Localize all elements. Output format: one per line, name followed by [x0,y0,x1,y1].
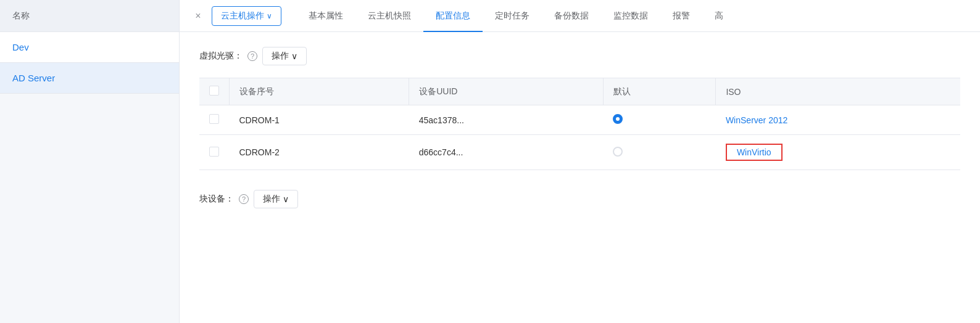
col-uuid: 设备UUID [409,78,604,105]
sidebar: 名称 Dev AD Server [0,0,180,323]
vm-ops-button[interactable]: 云主机操作 ∨ [212,6,281,26]
row2-default-radio[interactable] [613,147,623,157]
content-area: 虚拟光驱： ? 操作 ∨ 设备序号 [180,32,980,323]
table-header: 设备序号 设备UUID 默认 ISO [199,78,960,105]
virtual-drive-ops-button[interactable]: 操作 ∨ [262,47,307,65]
tab-snapshot[interactable]: 云主机快照 [355,0,423,32]
row2-uuid: d66cc7c4... [419,147,463,157]
block-device-ops-chevron-icon: ∨ [283,194,289,204]
tab-basic[interactable]: 基本属性 [296,0,355,32]
tab-config[interactable]: 配置信息 [423,0,483,32]
col-iso: ISO [716,78,960,105]
sidebar-item-dev[interactable]: Dev [0,32,179,63]
virtual-drive-help-icon[interactable]: ? [247,51,257,61]
table-row: CDROM-2 d66cc7c4... WinVirtio [199,135,960,170]
row2-iso-cell: WinVirtio [716,135,960,170]
row1-serial-cell: CDROM-1 [230,105,409,135]
close-button[interactable]: × [189,7,207,25]
sidebar-item-ad-server[interactable]: AD Server [0,63,179,94]
row1-checkbox[interactable] [209,114,219,124]
cdrom-table: 设备序号 设备UUID 默认 ISO [199,78,960,170]
table-body: CDROM-1 45ac1378... WinServer 2012 [199,105,960,170]
tab-schedule[interactable]: 定时任务 [483,0,542,32]
row1-default-cell [603,105,716,135]
col-checkbox [199,78,230,105]
row2-serial-cell: CDROM-2 [230,135,409,170]
block-device-label: 块设备： [199,194,234,205]
row1-uuid-cell: 45ac1378... [409,105,604,135]
vm-ops-label: 云主机操作 [221,10,264,22]
block-device-ops-button[interactable]: 操作 ∨ [254,190,298,208]
main-area: × 云主机操作 ∨ 基本属性 云主机快照 配置信息 定时任务 备份数据 监控数据… [180,0,980,323]
row1-serial: CDROM-1 [239,115,280,125]
vm-ops-chevron-icon: ∨ [267,12,272,20]
col-default: 默认 [603,78,716,105]
header-checkbox[interactable] [209,86,219,96]
col-serial: 设备序号 [230,78,409,105]
row2-checkbox[interactable] [209,147,219,157]
row2-uuid-cell: d66cc7c4... [409,135,604,170]
row2-iso-link[interactable]: WinVirtio [726,144,783,161]
row2-checkbox-cell [199,135,230,170]
sidebar-item-ad-server-label: AD Server [12,73,55,83]
tabbar: × 云主机操作 ∨ 基本属性 云主机快照 配置信息 定时任务 备份数据 监控数据… [180,0,980,32]
block-device-help-icon[interactable]: ? [239,194,249,204]
tab-backup[interactable]: 备份数据 [542,0,601,32]
tab-monitor[interactable]: 监控数据 [601,0,660,32]
tab-alert[interactable]: 报警 [660,0,702,32]
row2-default-cell [603,135,716,170]
virtual-drive-ops-label: 操作 [272,51,289,62]
sidebar-header: 名称 [0,0,179,32]
sidebar-item-dev-label: Dev [12,42,29,52]
table-row: CDROM-1 45ac1378... WinServer 2012 [199,105,960,135]
virtual-drive-header: 虚拟光驱： ? 操作 ∨ [199,47,960,65]
virtual-drive-ops-chevron-icon: ∨ [291,51,297,61]
row1-default-radio[interactable] [613,114,623,124]
tab-advanced[interactable]: 高 [702,0,736,32]
sidebar-title: 名称 [12,10,30,22]
row1-iso-link[interactable]: WinServer 2012 [726,115,787,125]
block-device-header: 块设备： ? 操作 ∨ [199,190,960,208]
block-device-ops-label: 操作 [263,194,280,205]
row1-checkbox-cell [199,105,230,135]
cdrom-table-wrapper: 设备序号 设备UUID 默认 ISO [199,78,960,170]
virtual-drive-label: 虚拟光驱： [199,51,243,62]
row1-iso-cell: WinServer 2012 [716,105,960,135]
row2-serial: CDROM-2 [239,147,280,157]
row1-uuid: 45ac1378... [419,115,464,125]
